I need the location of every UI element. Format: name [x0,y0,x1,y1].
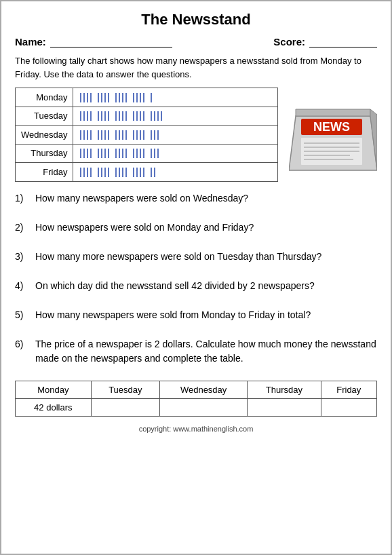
question-number-2: 2) [15,221,35,235]
tally-day-wednesday: Wednesday [16,126,73,145]
question-2: 2)How newspapers were sold on Monday and… [15,221,377,235]
question-5: 5)How many newspapers were sold from Mon… [15,308,377,322]
intro-text: The following tally chart shows how many… [15,54,377,81]
bottom-table: MondayTuesdayWednesdayThursdayFriday 42 … [15,381,377,417]
tally-day-friday: Friday [16,163,73,182]
table-cell-0: 42 dollars [16,398,92,416]
score-label: Score: [273,36,305,47]
question-text-5: How many newspapers were sold from Monda… [35,308,311,322]
name-label: Name: [15,36,46,47]
table-cell-1 [91,398,160,416]
question-text-1: How many newspapers were sold on Wednesd… [35,191,248,206]
questions-section: 1)How many newspapers were sold on Wedne… [15,191,377,417]
svg-marker-94 [296,109,370,116]
col-header-thursday: Thursday [248,381,321,398]
name-field[interactable] [50,35,172,47]
table-cell-2 [160,398,248,416]
question-number-4: 4) [15,279,35,293]
question-text-6: The price of a newspaper is 2 dollars. C… [35,337,377,366]
tally-marks-tuesday [73,107,278,126]
tally-marks-wednesday [73,126,278,145]
newspaper-image: NEWS [289,94,377,175]
svg-text:NEWS: NEWS [313,120,350,134]
question-4: 4)On which day did the newsstand sell 42… [15,279,377,293]
col-header-wednesday: Wednesday [160,381,248,398]
question-text-4: On which day did the newsstand sell 42 d… [35,279,315,293]
bottom-table-wrapper: MondayTuesdayWednesdayThursdayFriday 42 … [15,381,377,417]
col-header-friday: Friday [321,381,376,398]
col-header-monday: Monday [16,381,92,398]
question-text-2: How newspapers were sold on Monday and F… [35,221,254,235]
question-number-1: 1) [15,191,35,206]
tally-section: MondayTuesdayWednesdayThursdayFriday NEW… [15,88,377,182]
question-text-3: How many more newspapers were sold on Tu… [35,250,321,264]
score-field[interactable] [309,35,377,47]
question-3: 3)How many more newspapers were sold on … [15,250,377,264]
table-cell-4 [321,398,376,416]
tally-marks-thursday [73,144,278,163]
col-header-tuesday: Tuesday [91,381,160,398]
page-title: The Newsstand [15,11,377,28]
tally-table: MondayTuesdayWednesdayThursdayFriday [15,88,278,182]
tally-marks-friday [73,163,278,182]
tally-marks-monday [73,88,278,107]
question-1: 1)How many newspapers were sold on Wedne… [15,191,377,206]
question-6: 6)The price of a newspaper is 2 dollars.… [15,337,377,366]
copyright: copyright: www.mathinenglish.com [15,425,377,433]
tally-day-thursday: Thursday [16,144,73,163]
table-cell-3 [248,398,321,416]
tally-day-monday: Monday [16,88,73,107]
news-svg: NEWS [289,96,377,174]
tally-day-tuesday: Tuesday [16,107,73,126]
question-number-3: 3) [15,250,35,264]
question-number-5: 5) [15,308,35,322]
question-number-6: 6) [15,337,35,366]
